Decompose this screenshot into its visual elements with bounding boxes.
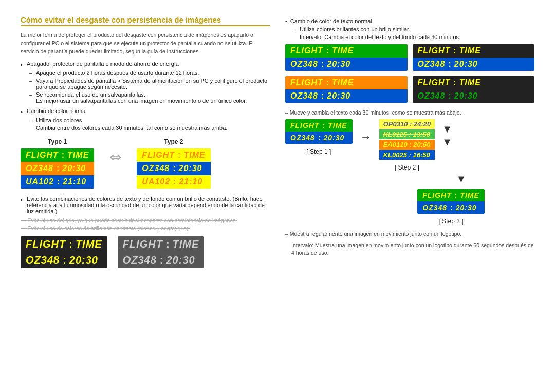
bullet-dot-2: • [21,109,24,115]
right-bullet-1: • Cambio de color de texto normal [285,18,534,24]
board-bk-colon2: : [448,91,451,101]
type2-time1: 20:30 [179,164,202,173]
board-bk-2030: 20:30 [454,91,478,101]
type-demos: Type 1 FLIGHT : TIME OZ348 : 20:30 UA102 [21,138,270,189]
gray-board-row1: OZ348 : 20:30 [118,252,205,268]
board-gb-2030: 20:30 [327,60,350,69]
board-bb-oz: OZ348 [418,60,446,69]
step3-colon: : [455,191,457,199]
type1-label: Type 1 [21,138,94,145]
type1-time2: 21:10 [63,177,86,186]
black-oz: OZ348 [26,254,60,266]
intro-text: La mejor forma de proteger el producto d… [21,31,270,55]
board-bk-colon: : [453,78,456,87]
dash-sym-4: — [21,217,26,223]
step1-flight: FLIGHT [290,121,320,129]
dash-text-4: Utiliza dos colores [36,117,82,123]
black-colon2: : [63,254,66,266]
left-column: Cómo evitar el desgaste con persistencia… [21,15,270,268]
board-black-black: FLIGHT : TIME OZ348 : 20:30 [413,76,535,103]
gray-oz: OZ348 [123,254,157,266]
board-bk-time: TIME [459,78,481,87]
step2-board-stack: OP0310 : 24:20 KL0125 : 13:50 EA0110 : 2… [379,119,435,160]
down-arrow-1: ▼ [442,123,452,135]
board-bk-oz: OZ348 [418,91,446,101]
bottom-boards: FLIGHT : TIME OZ348 : 20:30 FLIGHT : TIM… [21,236,270,268]
step2-row2: KL0125 : 13:50 [379,129,435,139]
dash-text-3: Se recomienda el uso de un salvapantalla… [36,91,247,104]
right-note-3: Intervalo: Muestra una imagen en movimie… [291,241,534,258]
gray-flight: FLIGHT [123,238,163,250]
step2-row1: OP0310 : 24:20 [379,119,435,129]
type2-header-row: FLIGHT : TIME [137,148,210,162]
board-ob-colon: : [326,78,329,87]
gray-2030: 20:30 [166,254,195,266]
section-title: Cómo evitar el desgaste con persistencia… [21,15,270,26]
type1-demo: Type 1 FLIGHT : TIME OZ348 : 20:30 UA102 [21,138,94,189]
bullet-item-1: • Apagado, protector de pantalla o modo … [21,61,270,68]
strike-text-2: Evite el uso de colores de brillo con co… [27,225,190,231]
gray-board: FLIGHT : TIME OZ348 : 20:30 [118,236,205,268]
step3-row: OZ348 : 20:30 [417,201,485,214]
right-dash-text-1: Utiliza colores brillantes con un brillo… [300,26,410,32]
right-dash-1: – Utiliza colores brillantes con un bril… [292,26,534,32]
step1-arrow-right: → [360,129,372,144]
steps-section: FLIGHT : TIME OZ348 : 20:30 [ Step 1 ] → [285,119,534,171]
right-dash-2: Intervalo: Cambia el color del texto y d… [292,34,534,40]
board-bb-2030: 20:30 [454,60,478,69]
step3-time: TIME [460,191,479,199]
board-bk-flight: FLIGHT [418,78,451,87]
board-bk-row: OZ348 : 20:30 [413,89,535,103]
right-note-move: – Mueve y cambia el texto cada 30 minuto… [285,109,534,117]
strikethrough1: — Evite el uso del gris, ya que puede co… [21,217,270,223]
board-orange-blue: FLIGHT : TIME OZ348 : 20:30 [285,76,408,103]
type2-flight-label: FLIGHT [142,151,175,160]
board-green-blue: FLIGHT : TIME OZ348 : 20:30 [285,44,408,71]
type1-colon3: : [57,177,60,186]
type1-time1: 20:30 [62,164,86,173]
bottom-note: • Evite las combinaciones de colores de … [21,196,270,214]
type2-oz: OZ348 [142,164,170,173]
step1-label: [ Step 1 ] [306,148,331,155]
dash-sym-5: — [21,225,26,231]
type1-colon2: : [57,164,59,173]
board-gb-time: TIME [332,46,354,55]
dash-sym: – [29,78,33,84]
type2-colon2: : [173,164,175,173]
board-bk-header: FLIGHT : TIME [413,76,535,89]
type2-ua: UA102 [142,177,170,186]
black-board-header: FLIGHT : TIME [21,236,107,252]
step3-header: FLIGHT : TIME [417,189,485,201]
type1-time-label: TIME [67,151,89,160]
step3-label: [ Step 3 ] [438,218,463,225]
type1-header-row: FLIGHT : TIME [21,148,94,162]
step3-oz: OZ348 [422,203,447,212]
dash-text-1: Apague el producto 2 horas después de us… [36,70,199,76]
board-bb-row: OZ348 : 20:30 [413,58,535,71]
step1-header: FLIGHT : TIME [285,119,353,132]
dash-sym: – [29,70,33,76]
step2-down-arrows: ▼ ▼ [442,123,452,148]
dash-item-4: – Utiliza dos colores [29,117,270,123]
step1-colon: : [323,121,325,129]
gray-colon: : [166,238,170,250]
right-dash-text-2: Intervalo: Cambia el color del texto y d… [300,34,459,40]
type1-row2: UA102 : 21:10 [21,175,94,189]
board-gb-header: FLIGHT : TIME [285,44,408,58]
black-board-row1: OZ348 : 20:30 [21,252,107,268]
step2-label: [ Step 2 ] [395,164,419,171]
bullet-section-2: • Cambio de color normal – Utiliza dos c… [21,108,270,131]
down-arrow-2: ▼ [442,136,452,148]
type2-colon: : [178,151,180,160]
board-ob-flight: FLIGHT [290,78,323,87]
type1-board: FLIGHT : TIME OZ348 : 20:30 UA102 : 21:1… [21,148,94,189]
black-colon: : [69,238,72,250]
right-bullet-dot: • [285,18,287,24]
step1-oz: OZ348 [290,134,315,142]
bullet-item-2: • Cambio de color normal [21,108,270,115]
type2-row2: UA102 : 21:10 [137,175,210,189]
type2-label: Type 2 [137,138,210,145]
board-ob-header: FLIGHT : TIME [285,76,408,89]
type2-time-label: TIME [183,151,205,160]
bottom-note-text: Evite las combinaciones de colores de te… [27,196,270,214]
